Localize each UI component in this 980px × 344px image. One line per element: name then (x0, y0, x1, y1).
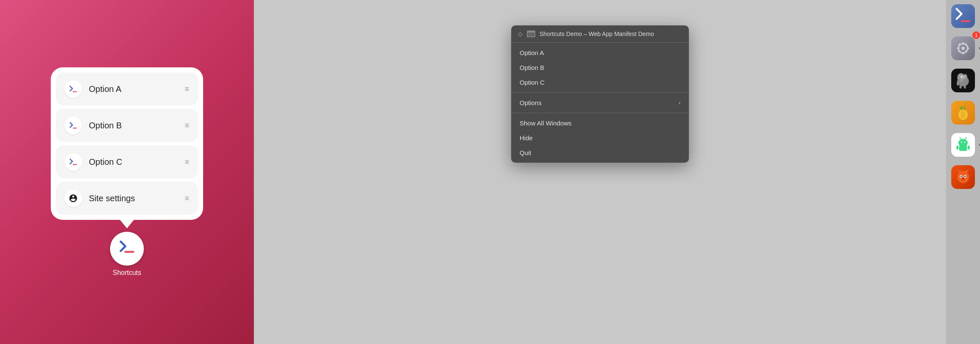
shortcuts-app-icon[interactable] (110, 232, 144, 266)
menu-section-options: Option A Option B Option C (511, 43, 689, 92)
site-settings-label: Site settings (89, 194, 178, 203)
svg-point-39 (961, 176, 962, 177)
menu-item-hide[interactable]: Hide (511, 130, 689, 145)
dock-item-shortcuts[interactable] (948, 1, 978, 31)
shortcuts-label: Shortcuts (113, 269, 141, 277)
menu-section-window: Show All Windows Hide Quit (511, 113, 689, 163)
svg-point-29 (961, 141, 962, 143)
site-settings-item[interactable]: Site settings ≡ (56, 182, 198, 215)
middle-panel: ◇ Shortcuts Demo – Web App Manifest Demo… (254, 0, 946, 344)
svg-rect-8 (957, 47, 960, 50)
option-b-icon (64, 117, 82, 134)
android-studio-dock-icon (951, 133, 975, 157)
cyberduck-dock-icon (951, 165, 975, 189)
menu-option-c-label: Option C (520, 79, 545, 86)
menu-item-option-c[interactable]: Option C (511, 75, 689, 90)
option-b-handle: ≡ (184, 121, 190, 130)
show-all-windows-label: Show All Windows (520, 119, 572, 127)
dock-item-fruit[interactable] (948, 97, 978, 128)
sysprefs-badge: 1 (972, 31, 980, 39)
option-a-icon (64, 80, 82, 98)
dock-item-sysprefs[interactable]: 1 (948, 33, 978, 64)
site-settings-handle: ≡ (184, 194, 190, 203)
shortcuts-dock-icon (951, 4, 975, 28)
menu-item-quit[interactable]: Quit (511, 145, 689, 160)
svg-rect-6 (962, 42, 964, 45)
menu-item-option-a[interactable]: Option A (511, 45, 689, 60)
sequel-dock-icon (951, 69, 975, 92)
menu-options-label: Options (520, 99, 542, 106)
menu-option-a-label: Option A (520, 49, 544, 56)
left-panel: Option A ≡ Option B ≡ Option C ≡ (0, 0, 254, 344)
sysprefs-dock-icon (951, 36, 975, 60)
popup-tail (119, 219, 135, 228)
svg-point-36 (957, 171, 969, 183)
hide-label: Hide (520, 134, 533, 141)
diamond-icon: ◇ (518, 31, 523, 37)
menu-item-show-all-windows[interactable]: Show All Windows (511, 116, 689, 130)
option-b-label: Option B (89, 121, 178, 130)
svg-rect-9 (967, 47, 969, 50)
svg-point-5 (961, 47, 965, 50)
option-c-icon (64, 153, 82, 171)
svg-line-31 (960, 138, 961, 139)
svg-rect-2 (528, 31, 534, 33)
app-window-icon (527, 31, 535, 37)
option-c-label: Option C (89, 157, 178, 167)
option-a-label: Option A (89, 84, 178, 94)
svg-rect-18 (959, 86, 961, 89)
context-menu-title: Shortcuts Demo – Web App Manifest Demo (540, 31, 654, 37)
dock-item-sequel[interactable] (948, 65, 978, 96)
option-a-handle: ≡ (184, 85, 190, 94)
option-c-item[interactable]: Option C ≡ (56, 145, 198, 178)
svg-point-20 (961, 76, 962, 78)
dock-panel: 1 (946, 0, 980, 344)
svg-rect-35 (968, 146, 970, 150)
svg-rect-3 (528, 33, 534, 36)
svg-rect-19 (964, 86, 966, 89)
context-menu-header: ◇ Shortcuts Demo – Web App Manifest Demo (511, 25, 689, 43)
quit-label: Quit (520, 149, 531, 156)
menu-option-b-label: Option B (520, 64, 544, 71)
submenu-arrow-icon: › (679, 100, 680, 106)
menu-item-options[interactable]: Options › (511, 95, 689, 110)
svg-rect-10 (958, 43, 961, 46)
svg-rect-7 (962, 52, 964, 55)
site-settings-icon (64, 189, 82, 207)
menu-item-option-b[interactable]: Option B (511, 60, 689, 75)
svg-point-0 (115, 237, 139, 261)
dock-item-android-studio[interactable] (948, 130, 978, 160)
svg-line-32 (965, 138, 966, 139)
option-b-item[interactable]: Option B ≡ (56, 109, 198, 142)
popup-card: Option A ≡ Option B ≡ Option C ≡ (51, 67, 203, 220)
app-icon-container: Shortcuts (110, 232, 144, 277)
dock-item-cyberduck[interactable] (948, 162, 978, 192)
menu-section-submenu: Options › (511, 93, 689, 113)
option-c-handle: ≡ (184, 158, 190, 166)
option-a-item[interactable]: Option A ≡ (56, 72, 198, 105)
svg-point-40 (964, 176, 966, 177)
svg-rect-33 (959, 146, 967, 151)
svg-point-41 (962, 178, 964, 180)
fruit-dock-icon (951, 101, 975, 125)
context-menu: ◇ Shortcuts Demo – Web App Manifest Demo… (511, 25, 689, 163)
svg-rect-34 (956, 146, 958, 150)
svg-point-30 (964, 141, 965, 143)
